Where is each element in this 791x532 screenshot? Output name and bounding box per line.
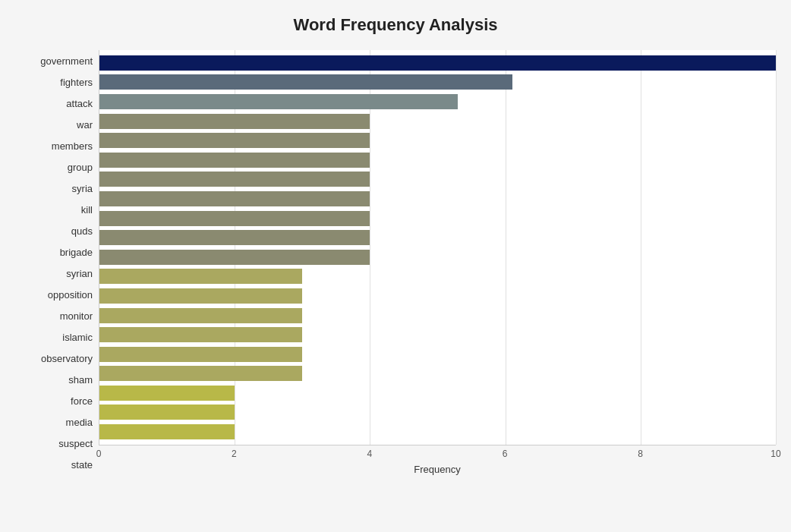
bar-row [99, 151, 776, 169]
bar [99, 288, 302, 304]
y-label: members [52, 136, 93, 156]
y-label: suspect [58, 434, 93, 454]
y-label: syrian [66, 263, 93, 283]
bar [99, 250, 370, 265]
bar-row [99, 384, 776, 402]
bar [99, 211, 370, 226]
bar-row [99, 209, 776, 228]
y-label: group [68, 157, 93, 177]
grid-line [776, 50, 777, 445]
bar [99, 94, 458, 109]
y-label: state [71, 455, 93, 475]
bar-row [99, 267, 776, 285]
bar-row [99, 170, 776, 188]
bar-row [99, 54, 776, 72]
y-axis: governmentfightersattackwarmembersgroups… [15, 50, 99, 476]
y-label: islamic [62, 328, 93, 348]
bar-row [99, 423, 776, 441]
bar [99, 405, 235, 420]
y-label: brigade [60, 242, 93, 262]
bars-area [99, 50, 776, 445]
y-label: observatory [41, 349, 93, 369]
y-label: opposition [48, 285, 93, 305]
bar [99, 327, 302, 342]
bar [99, 114, 370, 129]
x-axis-label: Frequency [99, 464, 776, 475]
y-label: fighters [60, 72, 93, 92]
bar [99, 230, 370, 245]
y-label: sham [68, 370, 93, 390]
chart-title: Word Frequency Analysis [15, 15, 776, 35]
x-tick: 2 [232, 449, 237, 459]
x-tick: 10 [771, 449, 780, 459]
bar [99, 153, 370, 168]
bar-row [99, 364, 776, 382]
bar-row [99, 345, 776, 364]
bar-row [99, 287, 776, 305]
chart-container: Word Frequency Analysis governmentfighte… [0, 0, 791, 532]
bar [99, 172, 370, 187]
y-label: media [66, 413, 93, 433]
x-tick: 0 [96, 449, 102, 459]
bar-row [99, 248, 776, 266]
bar [99, 308, 302, 323]
bar-row [99, 112, 776, 131]
y-label: war [77, 115, 93, 134]
bar [99, 133, 370, 148]
y-label: kill [81, 200, 93, 219]
y-label: syria [72, 178, 93, 198]
x-tick: 4 [367, 449, 372, 459]
y-label: attack [66, 93, 93, 113]
bar [99, 269, 302, 284]
bar [99, 347, 302, 362]
x-tick: 6 [503, 449, 508, 459]
bars-and-x: 0246810 Frequency [99, 50, 776, 476]
bar-row [99, 403, 776, 421]
bar [99, 74, 512, 90]
bar-row [99, 131, 776, 150]
x-axis: 0246810 Frequency [99, 445, 776, 476]
chart-area: governmentfightersattackwarmembersgroups… [15, 50, 776, 476]
y-label: government [40, 51, 93, 71]
bar [99, 386, 235, 401]
bar-row [99, 73, 776, 91]
bar [99, 191, 370, 206]
bar-row [99, 307, 776, 325]
y-label: quds [71, 221, 93, 241]
y-label: monitor [60, 307, 93, 326]
bar-row [99, 190, 776, 208]
bar-row [99, 93, 776, 111]
bar [99, 424, 235, 439]
y-label: force [71, 392, 93, 411]
bar [99, 366, 302, 381]
x-tick: 8 [638, 449, 643, 459]
bar-row [99, 326, 776, 344]
bar-row [99, 228, 776, 247]
bar [99, 55, 776, 71]
